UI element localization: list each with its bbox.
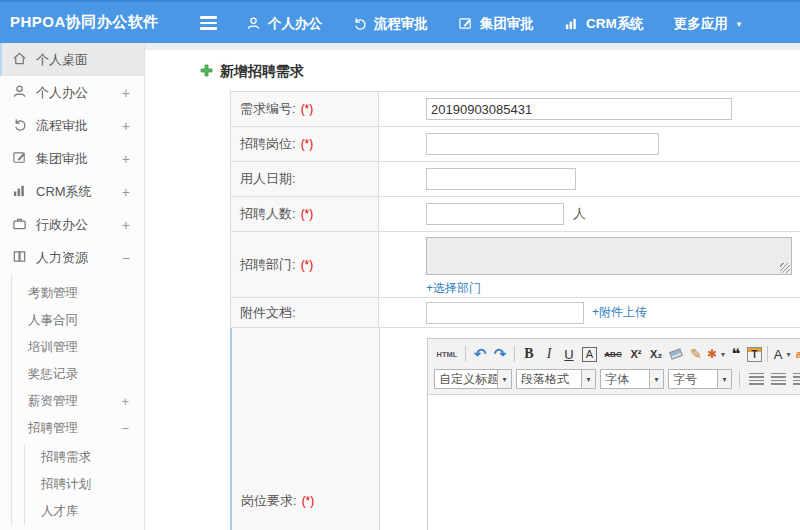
expand-plus-icon: +	[121, 394, 129, 409]
undo-icon[interactable]: ↶	[471, 344, 489, 364]
attachment-input[interactable]	[426, 302, 584, 324]
sidebar-item-salary-mgmt[interactable]: 薪资管理 +	[12, 388, 144, 415]
custom-heading-dropdown[interactable]: 自定义标题 ▾	[434, 369, 512, 389]
sidebar-item-label: 人事合同	[28, 312, 78, 329]
chevron-down-icon: ▾	[786, 350, 790, 359]
sidebar: 个人桌面 个人办公 + 流程审批 + 集团审批 +	[0, 43, 145, 530]
html-source-button[interactable]: HTML	[434, 344, 460, 364]
top-navigation: 个人办公 流程审批 集团审批 CRM系统	[246, 2, 741, 45]
recruit-demand-form: 需求编号: (*) 招聘岗位: (*) 用人日期:	[230, 91, 800, 530]
italic-icon[interactable]: I	[540, 344, 558, 364]
sidebar-item-personal-office[interactable]: 个人办公 +	[0, 76, 144, 109]
main-content: 新增招聘需求 需求编号: (*) 招聘岗位: (*) 用人	[145, 43, 800, 530]
page-title-row: 新增招聘需求	[200, 63, 800, 81]
nav-crm-system[interactable]: CRM系统	[564, 15, 644, 33]
sidebar-item-personal-desktop[interactable]: 个人桌面	[0, 43, 144, 76]
edit-square-icon	[458, 16, 473, 31]
sidebar-item-talent-pool[interactable]: 人才库	[25, 498, 144, 525]
paste-as-text-icon[interactable]: T	[747, 347, 762, 362]
align-right-icon[interactable]	[791, 370, 800, 388]
format-brush-icon[interactable]: ✎	[687, 344, 705, 364]
font-size-dropdown[interactable]: 字号 ▾	[668, 369, 732, 389]
headcount-input[interactable]	[426, 203, 564, 225]
expand-plus-icon: +	[122, 217, 130, 233]
field-label: 岗位要求: (*)	[232, 328, 380, 530]
sidebar-item-label: 招聘计划	[41, 476, 91, 493]
resize-handle[interactable]	[780, 263, 790, 273]
strikethrough-icon[interactable]: ABC	[601, 344, 625, 364]
editor-toolbar: HTML ↶ ↷ B I U A ABC X² X₂	[428, 339, 800, 395]
user-icon	[246, 16, 261, 31]
subscript-icon[interactable]: X₂	[647, 344, 665, 364]
requirements-editor-content[interactable]	[428, 395, 800, 530]
sidebar-item-human-resources[interactable]: 人力资源 −	[0, 241, 144, 274]
sidebar-item-recruit-demand[interactable]: 招聘需求	[25, 444, 144, 471]
attachment-upload-link[interactable]: +附件上传	[592, 304, 647, 321]
recruit-submenu: 招聘需求 招聘计划 人才库	[24, 444, 144, 525]
chevron-down-icon: ▾	[717, 370, 731, 388]
form-row-attachment: 附件文档: +附件上传	[230, 298, 800, 328]
workflow-icon	[12, 117, 36, 135]
bold-icon[interactable]: B	[520, 344, 538, 364]
sidebar-item-group-approval[interactable]: 集团审批 +	[0, 142, 144, 175]
nav-workflow-approval[interactable]: 流程审批	[352, 15, 428, 33]
nav-label: 流程审批	[374, 15, 428, 33]
sidebar-item-label: 集团审批	[36, 150, 88, 168]
form-row-requirements: 岗位要求: (*) HTML ↶ ↷ B I U	[230, 328, 800, 530]
sidebar-item-hr-contract[interactable]: 人事合同	[12, 307, 144, 334]
workflow-icon	[352, 16, 367, 31]
sidebar-item-workflow-approval[interactable]: 流程审批 +	[0, 109, 144, 142]
select-department-link[interactable]: +选择部门	[426, 280, 481, 297]
align-center-icon[interactable]	[769, 370, 787, 388]
demand-number-input[interactable]	[426, 98, 732, 120]
sidebar-item-crm-system[interactable]: CRM系统 +	[0, 175, 144, 208]
bar-chart-icon	[564, 16, 579, 31]
sidebar-item-label: 人力资源	[36, 249, 88, 267]
sidebar-item-training-mgmt[interactable]: 培训管理	[12, 334, 144, 361]
sidebar-item-label: 培训管理	[28, 339, 78, 356]
app-header: PHPOA协同办公软件 个人办公 流程审批	[0, 0, 800, 43]
expand-plus-icon: +	[122, 151, 130, 167]
nav-personal-office[interactable]: 个人办公	[246, 15, 322, 33]
sidebar-item-attendance-mgmt[interactable]: 考勤管理	[12, 280, 144, 307]
font-color-icon[interactable]: A ▾	[773, 344, 791, 364]
sidebar-item-admin-office[interactable]: 行政办公 +	[0, 208, 144, 241]
background-color-icon[interactable]: ab	[793, 344, 800, 364]
paragraph-format-dropdown[interactable]: 段落格式 ▾	[516, 369, 596, 389]
menu-toggle-icon[interactable]	[200, 16, 217, 33]
sidebar-item-label: 流程审批	[36, 117, 88, 135]
sidebar-item-label: CRM系统	[36, 183, 92, 201]
form-row-hire-date: 用人日期:	[230, 162, 800, 197]
sidebar-item-reward-records[interactable]: 奖惩记录	[12, 361, 144, 388]
required-mark: (*)	[301, 258, 314, 272]
blockquote-icon[interactable]: ❝	[727, 344, 745, 364]
remove-format-eraser-icon[interactable]	[667, 344, 685, 364]
chevron-down-icon: ▾	[721, 350, 725, 359]
nav-group-approval[interactable]: 集团审批	[458, 15, 534, 33]
color-palette-icon[interactable]: ✱ ▾	[707, 344, 725, 364]
font-family-dropdown[interactable]: 字体 ▾	[600, 369, 664, 389]
superscript-icon[interactable]: X²	[627, 344, 645, 364]
chevron-down-icon: ▾	[649, 370, 663, 388]
align-left-icon[interactable]	[747, 370, 765, 388]
sidebar-item-recruit-mgmt[interactable]: 招聘管理 −	[12, 415, 144, 442]
position-input[interactable]	[426, 133, 659, 155]
bar-chart-icon	[12, 183, 36, 201]
font-box-icon[interactable]: A	[582, 347, 597, 362]
collapse-minus-icon: −	[121, 421, 129, 436]
headcount-unit-label: 人	[573, 205, 586, 223]
required-mark: (*)	[302, 494, 315, 508]
required-mark: (*)	[301, 102, 314, 116]
nav-label: 集团审批	[480, 15, 534, 33]
hire-date-input[interactable]	[426, 168, 576, 190]
required-mark: (*)	[301, 207, 314, 221]
department-textarea[interactable]	[426, 237, 792, 275]
sidebar-item-recruit-plan[interactable]: 招聘计划	[25, 471, 144, 498]
expand-plus-icon: +	[122, 184, 130, 200]
chevron-down-icon: ▾	[581, 370, 595, 388]
underline-icon[interactable]: U	[560, 344, 578, 364]
field-label: 用人日期:	[231, 162, 379, 196]
nav-more-apps[interactable]: 更多应用 ▾	[674, 15, 742, 33]
redo-icon[interactable]: ↷	[491, 344, 509, 364]
nav-label: 个人办公	[268, 15, 322, 33]
